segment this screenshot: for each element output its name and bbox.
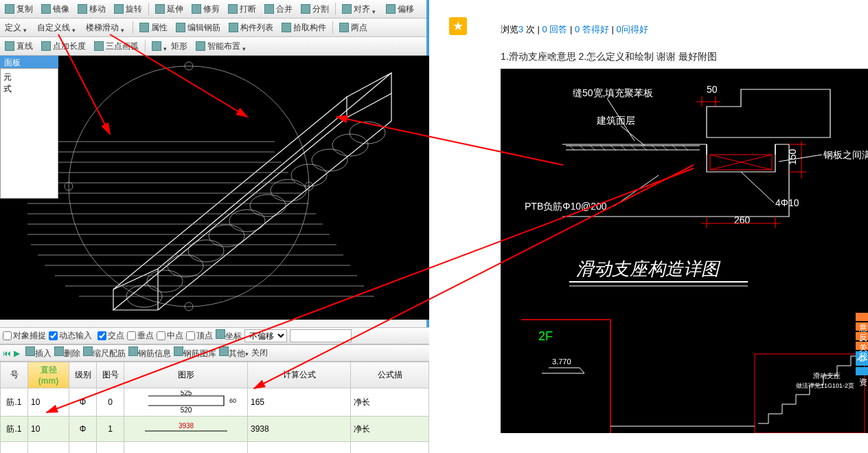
first-icon[interactable]: ⏮ [3, 349, 11, 358]
line-icon [5, 41, 14, 51]
svg-text:525: 525 [180, 390, 192, 397]
scale-rebar-button[interactable]: 缩尺配筋 [83, 346, 126, 360]
side-tab-2[interactable]: 反 [856, 322, 868, 331]
svg-text:2F: 2F [538, 329, 553, 343]
merge-icon [264, 4, 274, 14]
obj-snap-label: 对象捕捉 [13, 330, 46, 342]
rotate-button[interactable]: 旋转 [111, 2, 146, 16]
obj-snap-checkbox[interactable]: 对象捕捉 [3, 330, 46, 342]
three-arc-button[interactable]: 三点画弧 [91, 39, 142, 54]
side-tab-3[interactable]: 关 [856, 332, 868, 340]
edit-rebar-button[interactable]: 编辑钢筋 [172, 21, 224, 35]
split-button[interactable]: 分割 [297, 2, 332, 16]
mid-label: 中点 [167, 330, 183, 342]
cell-dia[interactable]: 10 [28, 417, 69, 442]
side-tab-6[interactable]: 资 [856, 367, 868, 375]
svg-point-23 [168, 255, 203, 277]
cell-shape-no: 1 [97, 417, 124, 442]
perp-label: 垂点 [137, 330, 154, 342]
offset-select[interactable]: 不偏移 [244, 329, 287, 342]
rebar-lib-button[interactable]: 钢筋图库 [174, 346, 216, 360]
attributes-button[interactable]: 属性 [136, 21, 171, 35]
cell-calc[interactable]: 3938 [248, 417, 351, 442]
move-button[interactable]: 移动 [74, 2, 109, 16]
extend-icon [155, 4, 165, 14]
cell-calc[interactable]: 165 [248, 388, 351, 417]
offset-label: 偏移 [398, 3, 414, 15]
svg-line-70 [614, 175, 659, 206]
panel-item[interactable]: 式 [3, 83, 55, 95]
align-button[interactable]: 对齐 [339, 2, 381, 16]
play-icon[interactable]: ▶ [14, 349, 20, 358]
delete-button[interactable]: 删除 [54, 346, 80, 360]
mirror-button[interactable]: 镜像 [38, 2, 73, 16]
custom-line-button[interactable]: 自定义线 [34, 21, 81, 35]
svg-point-31 [332, 134, 368, 156]
copy-button[interactable]: 复制 [1, 2, 36, 16]
coord-button[interactable]: 坐标 [216, 329, 242, 342]
side-tab-1[interactable]: 意 [856, 313, 868, 321]
component-list-button[interactable]: 构件列表 [225, 21, 277, 35]
break-button[interactable]: 打断 [225, 2, 260, 16]
define-label: 定义 [5, 22, 21, 34]
side-tab-5[interactable]: Q [856, 351, 868, 366]
two-points-label: 两点 [351, 22, 367, 34]
info-icon [128, 346, 138, 356]
col-calc: 计算公式 [248, 362, 351, 388]
stair-slide-label: 楼梯滑动 [86, 22, 119, 34]
table-row[interactable]: 筋.1 10 Φ 0 525 520 60 165 净长 [1, 388, 429, 417]
edit-rebar-icon [176, 23, 185, 32]
insert-button[interactable]: 插入 [25, 346, 52, 360]
vertex-checkbox[interactable]: 顶点 [186, 330, 213, 342]
add-length-button[interactable]: 点加长度 [38, 39, 89, 54]
scale-icon [83, 346, 93, 356]
other-button[interactable]: 其他 [219, 346, 249, 360]
rebar-info-button[interactable]: 钢筋信息 [128, 346, 171, 360]
cell-name: 筋.1 [1, 417, 28, 442]
replies-link[interactable]: 0 回答 [542, 24, 567, 34]
delete-label: 删除 [64, 349, 80, 358]
pick-component-button[interactable]: 拾取构件 [278, 21, 330, 35]
svg-point-26 [229, 210, 265, 232]
cell-dia[interactable]: 10 [28, 388, 69, 417]
stair-slide-button[interactable]: 楼梯滑动 [82, 21, 130, 35]
attributes-label: 属性 [151, 22, 168, 34]
merge-button[interactable]: 合并 [261, 2, 296, 16]
define-button[interactable]: 定义 [1, 21, 32, 35]
dyn-input-checkbox[interactable]: 动态输入 [49, 330, 92, 342]
svg-line-41 [621, 126, 645, 146]
perp-checkbox[interactable]: 垂点 [127, 330, 154, 342]
favorite-icon[interactable]: ★ [449, 17, 467, 35]
svg-text:260: 260 [734, 214, 751, 225]
good-q-link[interactable]: 0问得好 [616, 24, 648, 34]
smart-icon [196, 41, 205, 51]
table-row-empty[interactable] [1, 442, 429, 454]
table-row[interactable]: 筋.1 10 Φ 1 3938 3938 净长 [1, 417, 429, 442]
viewport-3d[interactable] [0, 56, 429, 320]
views-link[interactable]: 3 [518, 24, 523, 34]
svg-text:3938: 3938 [178, 422, 194, 430]
merge-label: 合并 [276, 3, 293, 15]
cell-grade: Φ [69, 388, 97, 417]
rect-button[interactable]: 矩形 [148, 39, 191, 54]
offset-button[interactable]: 偏移 [382, 2, 418, 16]
mid-checkbox[interactable]: 中点 [157, 330, 183, 342]
add-length-label: 点加长度 [53, 41, 86, 52]
other-label: 其他 [229, 349, 245, 358]
svg-text:建筑面层: 建筑面层 [596, 115, 635, 126]
smart-layout-button[interactable]: 智能布置 [192, 39, 251, 54]
extend-button[interactable]: 延伸 [152, 2, 187, 16]
panel-item[interactable]: 元 [3, 71, 55, 83]
coord-label: 坐标 [225, 331, 242, 341]
trim-button[interactable]: 修剪 [188, 2, 223, 16]
close-button[interactable]: 关闭 [251, 347, 268, 359]
intersect-checkbox[interactable]: 交点 [98, 330, 124, 342]
good-ans-link[interactable]: 0 答得好 [575, 24, 609, 34]
side-tab-4[interactable]: 我 [856, 342, 868, 350]
two-points-button[interactable]: 两点 [336, 21, 371, 35]
svg-line-72 [741, 172, 774, 203]
line-button[interactable]: 直线 [1, 39, 36, 54]
svg-text:钢板之间满?: 钢板之间满? [823, 149, 868, 160]
offset-value-input[interactable] [290, 329, 352, 342]
custom-line-label: 自定义线 [37, 22, 70, 34]
